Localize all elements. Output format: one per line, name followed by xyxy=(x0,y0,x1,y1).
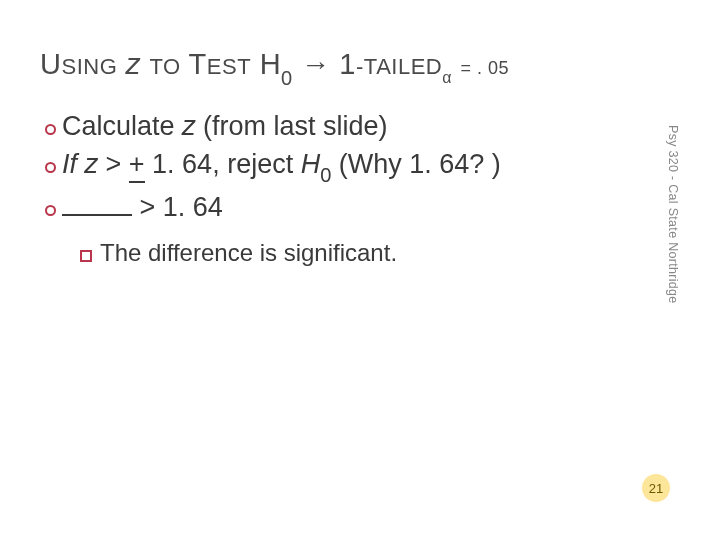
title-to: TO xyxy=(149,54,180,79)
title-tailed-cap: T xyxy=(364,54,376,79)
bullet-if-reject: If z > + 1. 64, reject H0 (Why 1. 64? ) xyxy=(45,146,640,186)
title-word1-cap: U xyxy=(40,48,61,80)
bullet2-num: 1. 64, reject xyxy=(145,149,301,179)
bullet2-why: (Why 1. 64? ) xyxy=(331,149,501,179)
bullet2-H: H xyxy=(301,149,321,179)
content-area: Calculate z (from last slide) If z > + 1… xyxy=(45,108,640,267)
bullet-calculate: Calculate z (from last slide) xyxy=(45,108,640,144)
bullet2-plusminus: + xyxy=(129,146,145,182)
title-test-rest: EST xyxy=(207,54,251,79)
bullet1-text-b: (from last slide) xyxy=(196,111,388,141)
title-one: 1 xyxy=(339,48,356,80)
title-z: z xyxy=(126,48,141,80)
slide: USING z TO TEST H0 → 1-TAILEDα = . 05 Ca… xyxy=(0,0,720,540)
bullet1-z: z xyxy=(182,111,196,141)
title-tailed-rest: AILED xyxy=(376,54,442,79)
bullet-blank-gt: > 1. 64 xyxy=(45,189,640,225)
slide-title: USING z TO TEST H0 → 1-TAILEDα = . 05 xyxy=(40,48,660,86)
bullet-ring-icon xyxy=(45,124,56,135)
sub-bullet-significant: The difference is significant. xyxy=(80,239,640,267)
bullet2-H-sub: 0 xyxy=(320,164,331,186)
title-H-sub: 0 xyxy=(281,67,293,89)
bullet3-gt: > 1. 64 xyxy=(132,192,223,222)
side-course-label: Psy 320 - Cal State Northridge xyxy=(666,125,680,304)
sub-bullet-text: The difference is significant. xyxy=(100,239,397,266)
bullet2-gt: > xyxy=(98,149,129,179)
title-arrow: → xyxy=(301,48,339,80)
title-H: H xyxy=(260,48,281,80)
blank-line xyxy=(62,190,132,216)
title-alpha: α xyxy=(442,69,452,86)
bullet-ring-icon xyxy=(45,205,56,216)
bullet2-if: If xyxy=(62,149,85,179)
page-number-badge: 21 xyxy=(642,474,670,502)
page-number: 21 xyxy=(649,481,663,496)
bullet-square-icon xyxy=(80,250,92,262)
title-alpha-eq: = . 05 xyxy=(461,58,510,78)
title-dash: - xyxy=(356,54,364,79)
title-word1-rest: SING xyxy=(61,54,117,79)
bullet-ring-icon xyxy=(45,162,56,173)
title-test-cap: T xyxy=(189,48,207,80)
bullet2-z: z xyxy=(85,149,99,179)
bullet1-text-a: Calculate xyxy=(62,111,182,141)
